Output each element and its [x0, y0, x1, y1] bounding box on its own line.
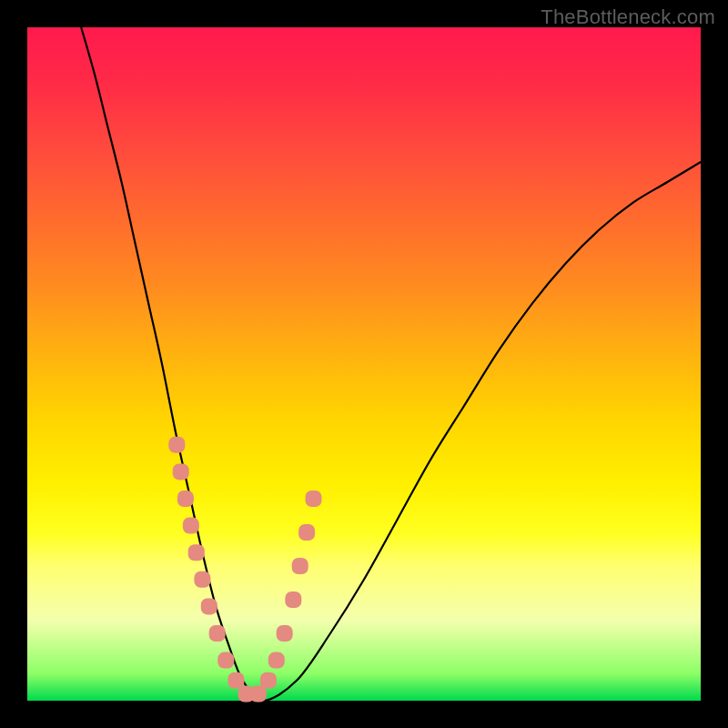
data-point	[285, 592, 301, 608]
data-point	[173, 463, 189, 480]
bottleneck-curve	[81, 27, 701, 701]
chart-frame: TheBottleneck.com	[0, 0, 728, 728]
data-point	[194, 571, 210, 588]
data-point	[188, 544, 205, 561]
curve-layer	[81, 27, 701, 701]
data-point	[298, 524, 315, 541]
data-point	[268, 652, 285, 669]
data-point	[250, 686, 267, 703]
plot-area	[27, 27, 701, 701]
data-point	[217, 652, 234, 669]
data-point	[183, 518, 199, 534]
data-point	[177, 490, 194, 507]
data-point	[228, 672, 244, 689]
data-point	[277, 625, 293, 642]
data-point	[201, 598, 217, 614]
watermark-text: TheBottleneck.com	[541, 5, 715, 29]
data-point	[292, 558, 308, 574]
data-point	[306, 490, 322, 507]
chart-svg	[27, 27, 701, 701]
data-point	[168, 437, 185, 453]
marker-layer	[168, 437, 321, 703]
data-point	[260, 672, 277, 689]
data-point	[209, 625, 226, 642]
